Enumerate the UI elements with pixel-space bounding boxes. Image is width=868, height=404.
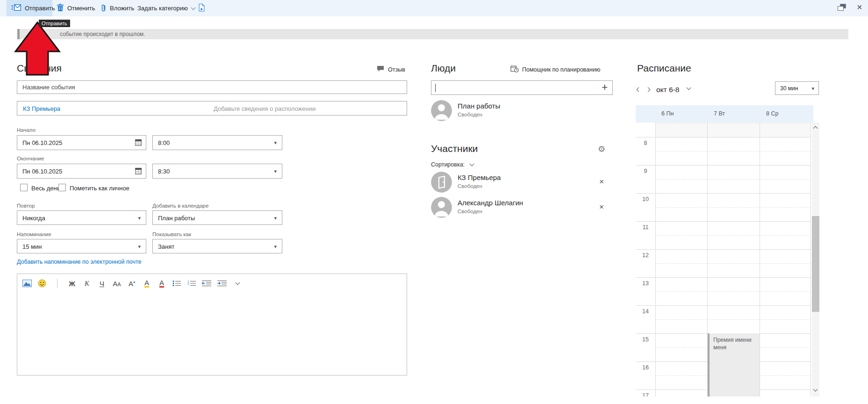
- feedback-button[interactable]: Отзыв: [377, 65, 405, 74]
- attendee-name: КЗ Премьера: [458, 173, 501, 181]
- organizer-row[interactable]: План работы Свободен: [431, 100, 613, 123]
- calendar-select-label: Добавить в календаре: [152, 203, 208, 209]
- person-avatar: [431, 100, 452, 121]
- feedback-label: Отзыв: [388, 66, 405, 73]
- chevron-right-icon[interactable]: [646, 87, 651, 92]
- italic-icon[interactable]: К: [82, 278, 92, 289]
- attendee-row[interactable]: Александр Шелагин Свободен ×: [431, 197, 613, 219]
- hour-label: 13: [636, 280, 655, 287]
- location-field[interactable]: КЗ Премьера Добавьте сведения о располож…: [17, 101, 407, 115]
- set-category-button[interactable]: Задать категорию: [137, 0, 195, 16]
- font-size-icon[interactable]: A▴: [127, 278, 136, 289]
- bold-icon[interactable]: Ж: [67, 278, 77, 289]
- dropdown-caret-icon: ▾: [138, 243, 141, 249]
- send-button[interactable]: Отправить: [7, 0, 52, 16]
- event-body-editor[interactable]: ЖКЧAAA▴AA12: [17, 274, 407, 375]
- schedule-grid[interactable]: 891011121314151617Премия имени меня: [636, 123, 811, 397]
- annotation-arrow-up: [13, 20, 62, 77]
- text-highlight-icon[interactable]: A: [142, 278, 151, 289]
- font-color-icon[interactable]: A: [157, 278, 166, 289]
- remove-attendee-icon[interactable]: ×: [599, 178, 604, 186]
- start-time-value: 8:00: [158, 139, 170, 146]
- dropdown-caret-icon: ▾: [811, 85, 814, 91]
- reminder-combo[interactable]: 15 мин ▾: [17, 239, 146, 253]
- add-person-plus-icon[interactable]: +: [602, 81, 608, 94]
- attach-button[interactable]: Вложить: [101, 0, 134, 16]
- end-time-combo[interactable]: 8:30 ▾: [152, 164, 282, 179]
- calendar-icon[interactable]: [135, 139, 142, 146]
- all-day-checkbox[interactable]: [20, 184, 28, 191]
- chevron-down-icon[interactable]: [687, 86, 691, 90]
- scheduling-assistant-icon: [510, 65, 519, 74]
- underline-icon[interactable]: Ч: [97, 278, 107, 289]
- gear-icon[interactable]: ⚙: [598, 144, 605, 154]
- end-date-field[interactable]: Пн 06.10.2025: [17, 164, 146, 179]
- more-formatting-icon[interactable]: [233, 278, 242, 289]
- separator: [52, 278, 62, 289]
- attendee-name: Александр Шелагин: [458, 199, 523, 207]
- date-range-label[interactable]: окт 6-8: [656, 86, 679, 94]
- event-title-field[interactable]: [17, 80, 407, 94]
- schedule-event[interactable]: Премия имени меня: [708, 333, 760, 397]
- category-label: Задать категорию: [137, 5, 188, 12]
- calendar-combo[interactable]: План работы ▾: [152, 210, 282, 225]
- restore-window-icon[interactable]: [838, 4, 847, 11]
- editor-toolbar: ЖКЧAAA▴AA12: [22, 278, 242, 289]
- emoji-icon[interactable]: [37, 278, 47, 289]
- cancel-button[interactable]: Отменить: [57, 0, 95, 16]
- calendar-icon[interactable]: [135, 168, 142, 174]
- schedule-day-header: 6 Пн7 Вт8 Ср: [636, 105, 813, 123]
- sort-control[interactable]: Сортировка:: [431, 161, 473, 168]
- increase-indent-icon[interactable]: [217, 278, 227, 289]
- person-avatar: [431, 197, 452, 218]
- start-time-combo[interactable]: 8:00 ▾: [152, 135, 282, 150]
- close-icon[interactable]: ×: [857, 2, 862, 13]
- dropdown-caret-icon: ▾: [274, 168, 277, 174]
- event-title-input[interactable]: [22, 81, 402, 94]
- send-label: Отправить: [25, 5, 55, 12]
- interval-combo[interactable]: 30 мин ▾: [775, 81, 819, 95]
- doc-forward-button[interactable]: [199, 0, 205, 16]
- show-as-combo[interactable]: Занят ▾: [152, 239, 282, 253]
- remove-attendee-icon[interactable]: ×: [599, 203, 604, 211]
- private-label: Пометить как личное: [70, 185, 129, 192]
- attendee-row[interactable]: КЗ Премьера Свободен ×: [431, 172, 613, 194]
- hour-label: 8: [636, 140, 655, 146]
- schedule-scrollbar[interactable]: [812, 123, 819, 397]
- private-checkbox[interactable]: [58, 184, 66, 191]
- scroll-down-icon[interactable]: [813, 387, 818, 392]
- command-toolbar: Отправить Отменить Вложить Задать катего…: [0, 0, 868, 16]
- add-people-field[interactable]: +: [431, 80, 613, 95]
- end-label: Окончание: [17, 156, 44, 161]
- numbered-list-icon[interactable]: 12: [187, 278, 196, 289]
- font-icon[interactable]: AA: [112, 278, 122, 289]
- hour-label: 11: [636, 224, 655, 231]
- attendee-status: Свободен: [458, 183, 482, 189]
- reminder-label: Напоминание: [17, 231, 51, 237]
- scrollbar-thumb[interactable]: [812, 216, 819, 312]
- day-header-label: 8 Ср: [766, 110, 778, 117]
- dropdown-caret-icon: ▾: [274, 243, 277, 249]
- scheduling-assistant-button[interactable]: Помощник по планированию: [510, 65, 600, 74]
- email-reminder-link[interactable]: Добавить напоминание по электронной почт…: [17, 259, 142, 265]
- start-date-field[interactable]: Пн 06.10.2025: [17, 135, 146, 150]
- repeat-combo[interactable]: Никогда ▾: [17, 210, 146, 225]
- scroll-up-icon[interactable]: [813, 126, 818, 131]
- location-link[interactable]: КЗ Премьера: [23, 105, 60, 112]
- text-caret: [435, 84, 436, 92]
- insert-image-icon[interactable]: [22, 278, 32, 289]
- organizer-status: Свободен: [458, 112, 482, 117]
- chevron-left-icon[interactable]: [637, 87, 641, 92]
- hour-label: 16: [636, 364, 655, 371]
- svg-text:2: 2: [187, 282, 189, 285]
- bullet-list-icon[interactable]: [172, 278, 181, 289]
- doc-forward-icon: [199, 4, 205, 13]
- calendar-value: План работы: [158, 215, 195, 222]
- hour-label: 17: [636, 392, 655, 397]
- sort-label: Сортировка:: [431, 161, 465, 168]
- all-day-label: Весь день: [31, 185, 60, 192]
- send-tooltip: Отправить: [39, 20, 70, 27]
- decrease-indent-icon[interactable]: [202, 278, 212, 289]
- location-placeholder: Добавьте сведения о расположении: [214, 105, 316, 112]
- trash-icon: [57, 4, 64, 13]
